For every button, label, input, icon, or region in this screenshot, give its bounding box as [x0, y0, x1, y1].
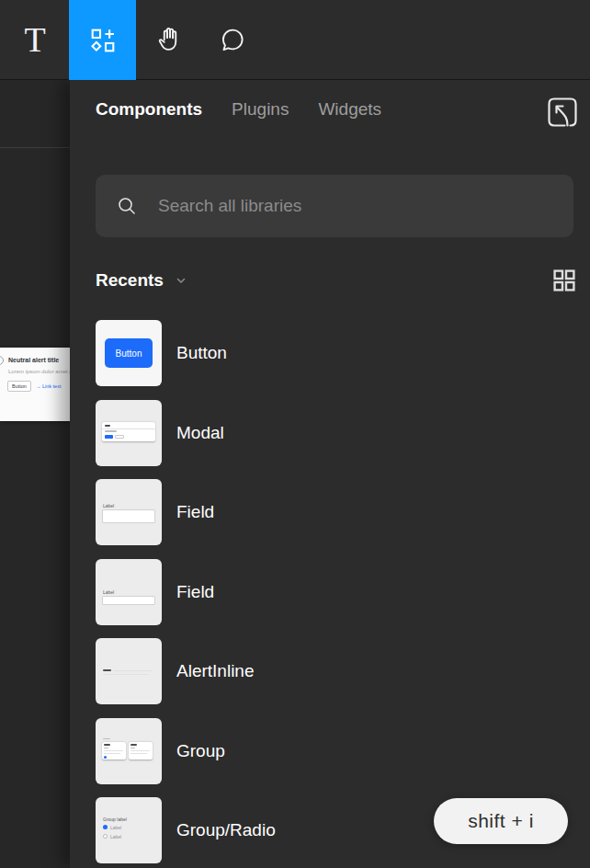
thumbnail-group — [96, 718, 162, 784]
alert-body-text: Lorem ipsum dolor amet conse — [8, 369, 70, 374]
thumbnail-button: Button — [96, 320, 162, 386]
thumbnail-alertinline — [96, 638, 162, 704]
tab-plugins[interactable]: Plugins — [232, 99, 289, 120]
text-tool-button[interactable]: T — [15, 0, 55, 79]
hand-tool-button[interactable] — [146, 0, 194, 79]
toolbar: T — [0, 0, 590, 80]
list-item-modal[interactable]: Modal — [96, 400, 573, 466]
list-item-field[interactable]: Label Field — [96, 479, 573, 545]
item-label: Field — [176, 502, 214, 522]
item-label: Button — [176, 343, 227, 363]
thumbnail-modal — [96, 400, 162, 466]
item-label: Modal — [176, 423, 224, 443]
search-input[interactable] — [158, 196, 553, 216]
list-item-field-2[interactable]: Label Field — [96, 559, 573, 625]
component-list: Button Button Modal Label — [96, 320, 573, 868]
recents-dropdown[interactable]: Recents — [96, 270, 164, 291]
hand-icon — [156, 26, 184, 53]
canvas-guide-line — [0, 147, 70, 148]
item-label: Group/Radio — [176, 820, 276, 840]
comment-icon — [219, 26, 246, 53]
components-icon — [89, 27, 117, 54]
alert-link: → Link text — [36, 383, 62, 389]
radio-off-icon — [103, 834, 108, 839]
item-label: Group — [176, 741, 225, 761]
list-item-alertinline[interactable]: AlertInline — [96, 638, 573, 704]
thumb-button-preview: Button — [105, 338, 153, 368]
search-icon — [116, 195, 138, 217]
tab-widgets[interactable]: Widgets — [318, 99, 381, 120]
resources-panel: Components Plugins Widgets Recents — [70, 80, 590, 868]
thumbnail-field-2: Label — [96, 559, 162, 625]
components-tool-button[interactable] — [69, 0, 136, 80]
shortcut-hint-badge: shift + i — [434, 798, 568, 844]
tab-components[interactable]: Components — [96, 99, 202, 120]
item-label: AlertInline — [176, 661, 255, 681]
alert-title: Neutral alert title — [8, 357, 59, 363]
canvas-area[interactable]: Neutral alert title Lorem ipsum dolor am… — [0, 80, 70, 868]
thumbnail-field: Label — [96, 479, 162, 545]
search-bar — [96, 175, 573, 237]
canvas-alert-component[interactable]: Neutral alert title Lorem ipsum dolor am… — [0, 348, 70, 421]
recents-header: Recents — [96, 266, 573, 295]
alert-actions: Button → Link text — [7, 381, 61, 392]
insert-to-canvas-button[interactable] — [544, 94, 581, 131]
panel-tabs: Components Plugins Widgets — [96, 99, 381, 120]
insert-arrow-icon — [546, 96, 579, 129]
radio-on-icon — [103, 825, 108, 829]
alert-button: Button — [7, 381, 31, 392]
grid-view-toggle[interactable] — [550, 266, 579, 295]
text-tool-icon: T — [24, 22, 45, 57]
list-item-group[interactable]: Group — [96, 718, 573, 784]
thumbnail-group-radio: Group label Label Label — [96, 797, 162, 863]
comment-tool-button[interactable] — [209, 0, 256, 79]
list-item-button[interactable]: Button Button — [96, 320, 573, 386]
chevron-down-icon[interactable] — [175, 274, 187, 287]
alert-info-icon — [0, 356, 4, 365]
item-label: Field — [176, 582, 214, 602]
